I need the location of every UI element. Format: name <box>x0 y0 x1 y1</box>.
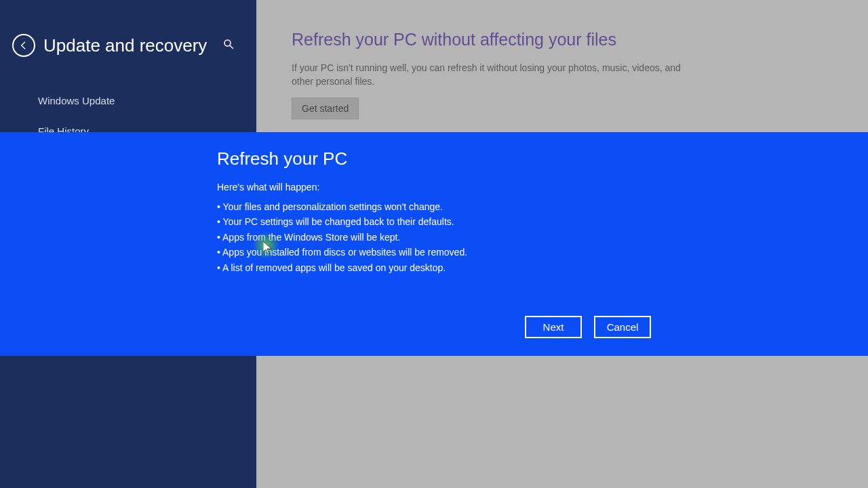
next-button[interactable]: Next <box>525 316 582 338</box>
cancel-button[interactable]: Cancel <box>594 316 651 338</box>
modal-list-item: Apps you installed from discs or website… <box>217 245 868 260</box>
svg-point-0 <box>224 40 231 46</box>
modal-list: Your files and personalization settings … <box>217 199 868 275</box>
modal-subheading: Here's what will happen: <box>217 182 868 192</box>
modal-list-item: Your files and personalization settings … <box>217 199 868 214</box>
back-icon[interactable] <box>12 34 35 57</box>
modal-list-item: A list of removed apps will be saved on … <box>217 260 868 275</box>
search-icon[interactable] <box>220 35 237 56</box>
modal-list-item: Apps from the Windows Store will be kept… <box>217 230 868 245</box>
svg-line-1 <box>230 45 233 49</box>
modal-title: Refresh your PC <box>217 148 868 169</box>
modal-button-row: Next Cancel <box>525 316 651 338</box>
sidebar-header: Update and recovery <box>0 27 256 64</box>
page-title: Update and recovery <box>43 35 220 56</box>
refresh-modal: Refresh your PC Here's what will happen:… <box>0 132 868 356</box>
modal-list-item: Your PC settings will be changed back to… <box>217 214 868 229</box>
sidebar-item-windows-update[interactable]: Windows Update <box>0 85 256 116</box>
